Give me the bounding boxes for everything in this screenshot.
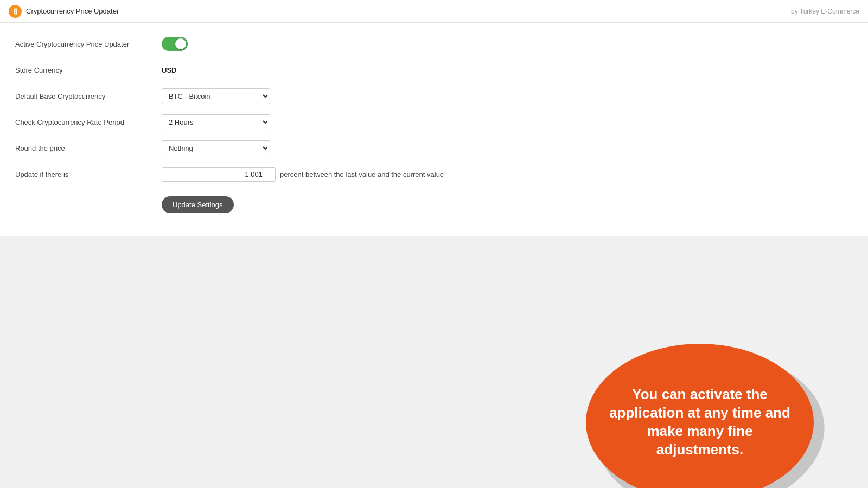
- bitcoin-icon: ₿: [9, 5, 22, 18]
- update-if-suffix: percent between the last value and the c…: [280, 170, 444, 178]
- active-toggle[interactable]: [162, 37, 188, 51]
- update-if-row: Update if there is percent between the l…: [15, 166, 853, 182]
- settings-panel: Active Cryptocurrency Price Updater Stor…: [0, 23, 868, 236]
- toggle-slider: [162, 37, 188, 51]
- round-price-label: Round the price: [15, 144, 162, 152]
- update-settings-button[interactable]: Update Settings: [162, 196, 234, 213]
- update-if-label: Update if there is: [15, 170, 162, 178]
- store-currency-label: Store Currency: [15, 66, 162, 74]
- app-title: Cryptocurrency Price Updater: [26, 7, 119, 15]
- default-crypto-label: Default Base Cryptocurrency: [15, 92, 162, 100]
- default-crypto-select[interactable]: BTC - Bitcoin ETH - Ethereum LTC - Litec…: [162, 88, 270, 104]
- speech-bubble-text: You can activate the application at any …: [586, 369, 814, 475]
- store-currency-value: USD: [162, 66, 176, 74]
- speech-bubble: You can activate the application at any …: [586, 344, 814, 488]
- round-price-select[interactable]: Nothing Round Ceil Floor: [162, 140, 270, 156]
- rate-period-row: Check Cryptocurrency Rate Period 1 Hours…: [15, 114, 853, 130]
- store-currency-row: Store Currency USD: [15, 62, 853, 78]
- default-crypto-row: Default Base Cryptocurrency BTC - Bitcoi…: [15, 88, 853, 104]
- round-price-row: Round the price Nothing Round Ceil Floor: [15, 140, 853, 156]
- rate-period-select[interactable]: 1 Hours 2 Hours 6 Hours 12 Hours: [162, 114, 270, 130]
- bottom-section: You can activate the application at any …: [0, 236, 868, 488]
- rate-period-label: Check Cryptocurrency Rate Period: [15, 118, 162, 126]
- active-label: Active Cryptocurrency Price Updater: [15, 40, 162, 48]
- brand-text: by Turkey E-Commerce: [791, 8, 859, 15]
- active-toggle-row: Active Cryptocurrency Price Updater: [15, 36, 853, 52]
- header-left: ₿ Cryptocurrency Price Updater: [9, 5, 119, 18]
- speech-bubble-container: You can activate the application at any …: [586, 344, 825, 488]
- update-if-input[interactable]: [162, 167, 276, 182]
- submit-row: Update Settings: [15, 192, 853, 213]
- app-header: ₿ Cryptocurrency Price Updater by Turkey…: [0, 0, 868, 23]
